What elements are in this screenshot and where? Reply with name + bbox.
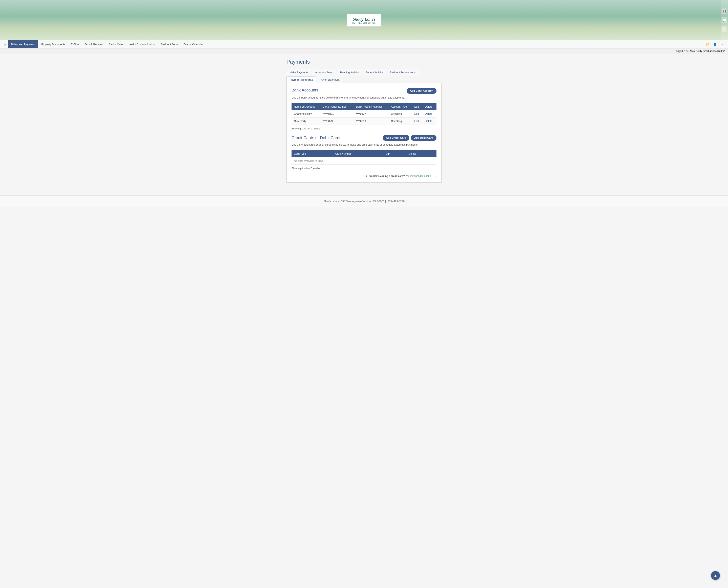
bank-row-edit-cell: Edit	[412, 110, 422, 118]
logo-sub: RETIREMENT LIVING	[352, 22, 376, 24]
bank-delete-button[interactable]: Delete	[425, 120, 433, 123]
nav-senior-care[interactable]: Senior Care	[106, 40, 126, 48]
credit-cards-header: Credit Cards or Debit Cards Add Credit C…	[292, 135, 436, 141]
logged-in-text: Logged in as:	[675, 50, 689, 52]
bank-row-edit-cell: Edit	[412, 118, 422, 125]
footer-sep1: |	[340, 200, 341, 203]
tls-notice: ℹ Problems adding a credit card? You may…	[292, 175, 436, 177]
bank-accounts-table: Name on Account Bank Transit Number Bank…	[292, 103, 436, 125]
tls-notice-text: Problems adding a credit card?	[368, 175, 405, 177]
user-icon[interactable]: 👤	[712, 42, 718, 47]
no-data-cell: No data available in table	[292, 157, 436, 165]
payments-tabs: Make Payments Auto-pay Setup Pending Act…	[286, 69, 442, 83]
col-name-on-account: Name on Account	[292, 103, 320, 110]
mail-icon[interactable]: ✉	[722, 26, 727, 32]
logo-box: Shady Lanes RETIREMENT LIVING	[347, 14, 381, 27]
footer-address: 650 Saratoga Ave Ventura, CA 93003	[341, 200, 385, 203]
tab-recent-activity[interactable]: Recent Activity	[363, 69, 386, 76]
footer-sep2: |	[385, 200, 387, 203]
tab-autopay-setup[interactable]: Auto-pay Setup	[312, 69, 336, 76]
bank-row-transit: ****0029	[320, 118, 354, 125]
col-card-number: Card Number	[333, 150, 383, 157]
add-debit-card-button[interactable]: Add Debit Card	[411, 135, 436, 141]
nav-bar: ⌂ Billing and Payments Property Document…	[0, 40, 728, 48]
bank-account-row: Charlene Reilly *****5821 ****9107 Check…	[292, 110, 436, 118]
tls-link[interactable]: You may need to enable TLS	[405, 175, 436, 177]
bank-accounts-desc: Use the bank accounts listed below to ma…	[292, 96, 436, 99]
bank-row-delete-cell: Delete	[423, 118, 437, 125]
logged-in-bar: Logged in as: Nick Reilly for Charlene R…	[0, 48, 728, 54]
nav-property-documents[interactable]: Property Documents	[38, 40, 68, 48]
bank-row-transit: *****5821	[320, 110, 354, 118]
card-buttons: Add Credit Card Add Debit Card	[383, 135, 436, 141]
logged-in-resident: Charlene Reilly*	[706, 50, 725, 52]
nav-billing-payments[interactable]: Billing and Payments	[8, 40, 38, 48]
bank-row-name: Charlene Reilly	[292, 110, 320, 118]
bank-accounts-showing: Showing 1 to 2 of 2 entries	[292, 127, 436, 130]
col-card-edit: Edit	[383, 150, 406, 157]
home-nav-item[interactable]: ⌂	[2, 41, 8, 48]
logged-in-user: Nick Reilly	[690, 50, 702, 52]
tab-make-payments[interactable]: Make Payments	[286, 69, 311, 76]
bank-row-delete-cell: Delete	[423, 110, 437, 118]
nav-events-calendar[interactable]: Events Calendar	[181, 40, 206, 48]
footer-phone: (805) 429-8228	[387, 200, 405, 203]
chat-icon[interactable]: 💬	[722, 17, 727, 23]
col-delete: Delete	[423, 103, 437, 110]
logout-icon[interactable]: ↗	[719, 42, 725, 47]
tab-payer-statement[interactable]: Payer Statement	[317, 76, 343, 83]
bank-edit-button[interactable]: Edit	[414, 112, 419, 115]
footer-name: Shady Lanes	[323, 200, 339, 203]
bank-row-account: ****6789	[354, 118, 389, 125]
credit-cards-title: Credit Cards or Debit Cards	[292, 135, 341, 140]
credit-cards-desc: Use the credit cards or debit cards list…	[292, 143, 436, 146]
nav-resident-form[interactable]: Resident Form	[158, 40, 180, 48]
nav-health-communication[interactable]: Health Communication	[126, 40, 158, 48]
credit-cards-table: Card Type Card Number Edit Delete No dat…	[292, 150, 436, 165]
footer: Shady Lanes | 650 Saratoga Ave Ventura, …	[0, 195, 728, 207]
folder-icon[interactable]: 📁	[705, 42, 710, 47]
bank-row-name: Nick Reilly	[292, 118, 320, 125]
announcement-icon[interactable]: 📢	[722, 8, 727, 14]
bank-accounts-header: Bank Accounts Add Bank Account	[292, 88, 436, 94]
bank-row-account: ****9107	[354, 110, 389, 118]
bank-accounts-header-row: Name on Account Bank Transit Number Bank…	[292, 103, 436, 110]
credit-cards-showing: Showing 0 to 0 of 0 entries	[292, 167, 436, 170]
no-data-row: No data available in table	[292, 157, 436, 165]
bank-delete-button[interactable]: Delete	[425, 112, 433, 115]
col-account-type: Account Type	[389, 103, 412, 110]
bank-accounts-title: Bank Accounts	[292, 88, 318, 92]
bank-row-type: Checking	[389, 110, 412, 118]
hero-banner: Shady Lanes RETIREMENT LIVING 📢 💬 ✉	[0, 0, 728, 40]
col-bank-transit: Bank Transit Number	[320, 103, 354, 110]
logo-text: Shady Lanes	[352, 17, 376, 22]
bank-account-row: Nick Reilly ****0029 ****6789 Checking E…	[292, 118, 436, 125]
add-credit-card-button[interactable]: Add Credit Card	[383, 135, 409, 141]
col-card-type: Card Type	[292, 150, 333, 157]
tab-payment-accounts[interactable]: Payment Accounts	[286, 76, 316, 83]
add-bank-account-button[interactable]: Add Bank Account	[407, 88, 436, 94]
credit-cards-header-row: Card Type Card Number Edit Delete	[292, 150, 436, 157]
for-text: for	[703, 50, 706, 52]
hero-right-icons: 📢 💬 ✉	[721, 0, 728, 40]
tab-pending-activity[interactable]: Pending Activity	[337, 69, 362, 76]
payment-accounts-panel: Bank Accounts Add Bank Account Use the b…	[286, 83, 442, 183]
tab-resident-transactions[interactable]: Resident Transactions	[387, 69, 419, 76]
col-edit: Edit	[412, 103, 422, 110]
nav-esign[interactable]: E-Sign	[68, 40, 82, 48]
bank-row-type: Checking	[389, 118, 412, 125]
col-card-delete: Delete	[406, 150, 436, 157]
bank-edit-button[interactable]: Edit	[414, 120, 419, 123]
page-title: Payments	[286, 59, 442, 65]
main-content: Payments Make Payments Auto-pay Setup Pe…	[283, 54, 445, 187]
col-bank-account-number: Bank Account Number	[354, 103, 389, 110]
nav-icon-group: 📁 👤 ↗	[703, 42, 726, 47]
info-icon: ℹ	[366, 175, 367, 177]
nav-submit-request[interactable]: Submit Request	[82, 40, 106, 48]
